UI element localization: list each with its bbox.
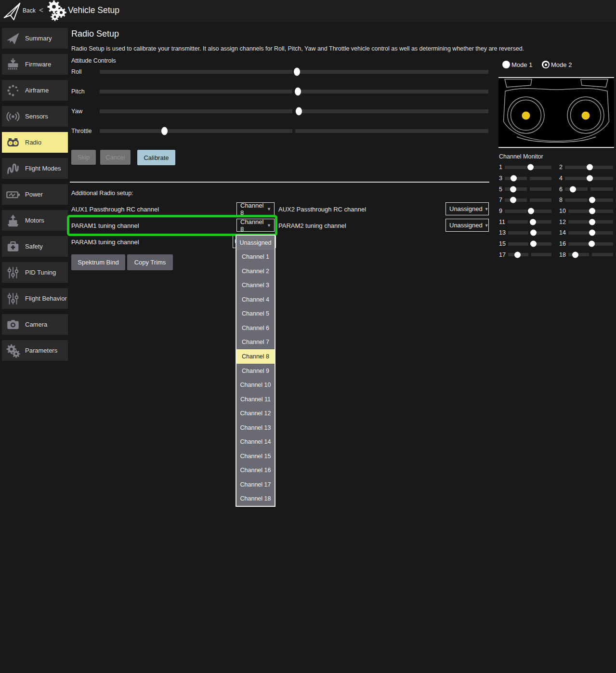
sidebar-item-pid-tuning[interactable]: PID Tuning bbox=[2, 262, 68, 283]
cancel-button[interactable]: Cancel bbox=[100, 150, 131, 165]
channel-14-value-knob bbox=[589, 230, 595, 236]
pitch-slider-track bbox=[100, 90, 488, 93]
aux1-passthrough-value: Channel 8 bbox=[240, 202, 265, 216]
app-logo-paper-plane-icon[interactable] bbox=[2, 1, 22, 21]
attitude-slider-label: Throttle bbox=[71, 128, 100, 134]
param1-tuning-combo[interactable]: Channel 8 ▼ bbox=[236, 219, 275, 232]
motors-icon bbox=[6, 213, 20, 228]
channel-monitor-row-10: 10 bbox=[559, 206, 613, 217]
dropdown-option-channel-15[interactable]: Channel 15 bbox=[236, 449, 275, 463]
aux2-passthrough-combo[interactable]: Unassigned ▼ bbox=[446, 202, 489, 215]
attitude-slider-row-pitch: Pitch bbox=[71, 81, 488, 101]
skip-button[interactable]: Skip bbox=[71, 150, 96, 165]
transmitter-sticks-image bbox=[498, 77, 614, 148]
dropdown-option-channel-12[interactable]: Channel 12 bbox=[236, 406, 275, 421]
mode-2-radio[interactable]: Mode 2 bbox=[542, 61, 572, 68]
aux1-passthrough-combo[interactable]: Channel 8 ▼ bbox=[236, 202, 275, 215]
dropdown-option-channel-18[interactable]: Channel 18 bbox=[236, 492, 275, 506]
copy-trims-button[interactable]: Copy Trims bbox=[127, 254, 173, 270]
sidebar-item-airframe[interactable]: Airframe bbox=[2, 80, 68, 101]
spektrum-bind-button[interactable]: Spektrum Bind bbox=[71, 254, 125, 270]
dropdown-option-channel-7[interactable]: Channel 7 bbox=[236, 335, 275, 350]
sidebar-item-safety[interactable]: Safety bbox=[2, 236, 68, 257]
dropdown-option-channel-10[interactable]: Channel 10 bbox=[236, 378, 275, 392]
vehicle-setup-gears-icon bbox=[46, 0, 67, 22]
channel-8-value-knob bbox=[589, 197, 595, 203]
channel-monitor-row-7: 7 bbox=[499, 195, 551, 206]
breadcrumb-chevron: < bbox=[39, 6, 43, 14]
channel-10-value-knob bbox=[589, 208, 595, 214]
mode-1-radio[interactable]: Mode 1 bbox=[502, 61, 532, 68]
parameters-gears-icon bbox=[6, 343, 20, 358]
sidebar-item-label: Summary bbox=[25, 35, 52, 42]
channel-3-track bbox=[505, 177, 551, 180]
page-title: Vehicle Setup bbox=[68, 5, 119, 15]
sidebar-item-sensors[interactable]: Sensors bbox=[2, 106, 68, 127]
channel-number: 12 bbox=[559, 219, 566, 225]
sidebar-item-camera[interactable]: Camera bbox=[2, 314, 68, 335]
dropdown-option-channel-4[interactable]: Channel 4 bbox=[236, 292, 275, 307]
channel-number: 1 bbox=[499, 164, 502, 171]
sidebar-item-radio[interactable]: Radio bbox=[2, 132, 68, 153]
sidebar-item-label: Firmware bbox=[25, 61, 51, 68]
tuning-sliders-icon bbox=[6, 265, 20, 280]
sidebar-item-power[interactable]: Power bbox=[2, 184, 68, 205]
dropdown-option-channel-5[interactable]: Channel 5 bbox=[236, 307, 275, 321]
channel-number: 16 bbox=[559, 240, 566, 247]
chevron-down-icon: ▼ bbox=[485, 223, 489, 228]
dropdown-option-channel-1[interactable]: Channel 1 bbox=[236, 250, 275, 264]
channel-monitor-row-1: 1 bbox=[499, 162, 551, 173]
param2-tuning-combo[interactable]: Unassigned ▼ bbox=[446, 219, 489, 232]
dropdown-option-channel-14[interactable]: Channel 14 bbox=[236, 435, 275, 449]
back-button[interactable]: Back bbox=[23, 7, 36, 14]
dropdown-option-channel-9[interactable]: Channel 9 bbox=[236, 364, 275, 378]
dropdown-option-channel-17[interactable]: Channel 17 bbox=[236, 477, 275, 492]
channel-12-value-knob bbox=[589, 219, 595, 225]
channel-monitor-row-15: 15 bbox=[499, 238, 551, 250]
channel-1-track bbox=[505, 166, 551, 169]
additional-radio-setup-title: Additional Radio setup: bbox=[71, 190, 133, 197]
dropdown-option-channel-2[interactable]: Channel 2 bbox=[236, 264, 275, 278]
channel-12-track bbox=[568, 220, 613, 224]
tuning-sliders-icon bbox=[6, 291, 20, 306]
sidebar-item-motors[interactable]: Motors bbox=[2, 210, 68, 231]
channel-monitor-row-11: 11 bbox=[499, 216, 551, 227]
channel-10-track bbox=[568, 210, 613, 213]
channel-15-track bbox=[508, 242, 551, 246]
channel-number: 5 bbox=[499, 186, 502, 193]
top-toolbar: Back < Vehicle Setup bbox=[0, 0, 616, 22]
dropdown-option-channel-8[interactable]: Channel 8 bbox=[236, 349, 275, 364]
channel-number: 7 bbox=[499, 197, 502, 203]
sidebar-item-summary[interactable]: Summary bbox=[2, 28, 68, 49]
channel-9-value-knob bbox=[528, 208, 534, 214]
attitude-slider-row-throttle: Throttle bbox=[71, 121, 488, 141]
channel-number: 3 bbox=[499, 175, 502, 182]
dropdown-option-unassigned[interactable]: Unassigned bbox=[236, 236, 275, 250]
sidebar-item-label: Motors bbox=[25, 217, 44, 224]
channel-3-value-knob bbox=[511, 175, 517, 182]
mode-2-label: Mode 2 bbox=[551, 61, 572, 68]
dropdown-option-channel-16[interactable]: Channel 16 bbox=[236, 463, 275, 478]
dropdown-option-channel-6[interactable]: Channel 6 bbox=[236, 321, 275, 335]
dropdown-option-channel-3[interactable]: Channel 3 bbox=[236, 278, 275, 293]
channel-number: 11 bbox=[499, 219, 505, 225]
channel-17-track bbox=[508, 253, 551, 256]
sidebar-item-flight-behavior[interactable]: Flight Behavior bbox=[2, 288, 68, 309]
sidebar-item-flight-modes[interactable]: Flight Modes bbox=[2, 158, 68, 179]
radio-button-icon bbox=[542, 61, 550, 68]
channel-8-track bbox=[565, 198, 613, 202]
channel-5-track bbox=[505, 187, 551, 191]
channel-number: 13 bbox=[499, 229, 506, 236]
calibrate-button[interactable]: Calibrate bbox=[137, 150, 175, 165]
channel-monitor-grid: 123456789101112131415161718 bbox=[499, 162, 613, 260]
setup-sidebar: SummaryFirmwareAirframeSensorsRadioFligh… bbox=[2, 28, 68, 366]
channel-14-track bbox=[568, 231, 613, 235]
sidebar-item-label: Radio bbox=[25, 139, 41, 146]
channel-monitor-row-16: 16 bbox=[559, 238, 613, 250]
dropdown-option-channel-13[interactable]: Channel 13 bbox=[236, 421, 275, 435]
sidebar-item-firmware[interactable]: Firmware bbox=[2, 54, 68, 75]
dropdown-option-channel-11[interactable]: Channel 11 bbox=[236, 392, 275, 407]
sidebar-item-parameters[interactable]: Parameters bbox=[2, 340, 68, 361]
channel-number: 2 bbox=[559, 164, 563, 171]
channel-16-track bbox=[568, 242, 613, 246]
